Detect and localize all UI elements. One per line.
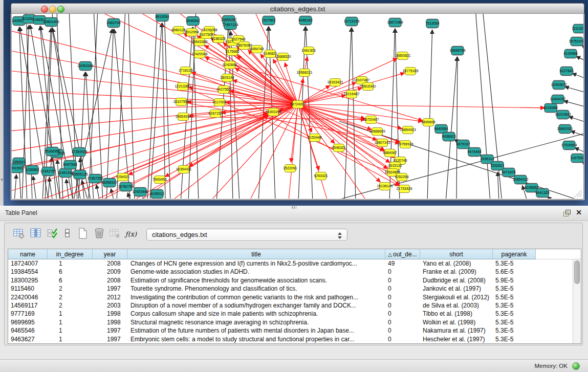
column-header-short[interactable]: short — [420, 249, 493, 259]
graph-node-label: 16958107 — [101, 181, 117, 184]
graph-edge[interactable] — [12, 104, 298, 172]
new-table-icon[interactable] — [76, 227, 90, 242]
graph-node-label: 1522091 — [283, 166, 297, 170]
status-bar: Memory: OK — [0, 359, 588, 372]
graph-node-label: 25266950 — [44, 149, 60, 153]
column-header-out-degree[interactable]: △out_de... — [385, 249, 420, 259]
table-options-icon[interactable] — [12, 227, 26, 242]
table-row[interactable]: 18300295 6 2008 Estimation of significan… — [8, 276, 573, 285]
column-header-year[interactable]: year — [93, 249, 127, 259]
graph-node-label: 15136141 — [377, 184, 393, 188]
graph-edge[interactable] — [12, 104, 298, 111]
graph-edge[interactable] — [575, 148, 583, 154]
memory-status-led — [572, 362, 580, 370]
graph-node-label: 9097548 — [63, 163, 77, 166]
graph-node-label: 7254021 — [116, 175, 129, 179]
table-row[interactable]: 9465546 1 1997 Estimation of the future … — [8, 326, 573, 335]
table-row[interactable]: 19384554 6 2009 Genome-wide association … — [8, 268, 573, 276]
network-window-titlebar[interactable]: citations_edges.txt — [11, 3, 584, 14]
graph-node-label: 2483794 — [106, 21, 120, 25]
float-window-icon[interactable] — [563, 210, 571, 216]
network-table-selector[interactable]: citations_edges.txt — [146, 229, 347, 241]
graph-node-label: 6466160 — [298, 18, 312, 22]
graph-node-label: 19654936 — [175, 115, 191, 118]
graph-edge[interactable] — [564, 101, 583, 107]
graph-edge[interactable] — [78, 72, 85, 199]
graph-node-label: 21733426 — [396, 187, 412, 190]
graph-node-label: 18300295 — [265, 110, 281, 114]
graph-node-label: 2718126 — [179, 69, 192, 72]
column-header-title[interactable]: title — [127, 249, 385, 259]
graph-node-label: 17957253 — [87, 177, 103, 180]
table-vertical-scrollbar[interactable] — [573, 259, 581, 343]
column-header-in-degree[interactable]: in_degree — [48, 249, 93, 259]
column-header-name[interactable]: name — [8, 249, 48, 259]
function-builder-icon[interactable]: ƒ(x) — [124, 227, 138, 242]
graph-edge[interactable] — [572, 73, 583, 79]
graph-node-label: 8813054 — [155, 15, 169, 18]
graph-edge[interactable] — [96, 185, 100, 199]
table-row[interactable]: 14569117 2 2003 Disruption of a novel me… — [8, 301, 573, 310]
graph-node-label: 18724007 — [290, 102, 306, 106]
graph-edge[interactable] — [475, 14, 490, 199]
graph-edge[interactable] — [164, 14, 170, 199]
canvas-resize-grip[interactable] — [575, 190, 582, 197]
show-columns-icon[interactable] — [29, 227, 43, 242]
graph-edge[interactable] — [565, 86, 583, 93]
graph-edge[interactable] — [298, 73, 404, 104]
graph-node-label: 19756928 — [397, 142, 413, 146]
network-window[interactable]: citations_edges.txt 18724007896012889129… — [11, 3, 584, 200]
graph-node-label: 20053346 — [77, 64, 93, 68]
graph-edge[interactable] — [547, 196, 554, 199]
graph-edge[interactable] — [89, 14, 98, 199]
graph-node-label: 1615132 — [388, 164, 402, 167]
graph-node-label: 8471676 — [502, 170, 515, 174]
graph-edge[interactable] — [427, 30, 432, 199]
graph-node-label: 13216467 — [343, 92, 359, 96]
graph-node-label: 10719155 — [343, 19, 359, 23]
table-row[interactable]: 9699695 1 1998 Structural magnetic reson… — [8, 318, 573, 326]
graph-edge[interactable] — [111, 189, 114, 199]
delete-table-icon[interactable] — [92, 227, 106, 242]
left-panel-sash[interactable] — [0, 0, 4, 206]
graph-edge[interactable] — [14, 174, 16, 199]
stepper-up-icon — [338, 232, 342, 235]
table-row[interactable]: 9463627 1 1997 Embryonic stem cells: a m… — [8, 335, 573, 343]
row-height-icon[interactable] — [60, 227, 75, 242]
graph-edge[interactable] — [569, 117, 583, 123]
graph-node-label: 16354411 — [176, 167, 192, 171]
graph-node-label: 9117006 — [213, 100, 227, 104]
collapse-arrow-icon[interactable] — [1, 178, 3, 181]
network-canvas[interactable]: 1872400789601288912954152260589327509165… — [12, 14, 583, 199]
graph-edge[interactable] — [298, 104, 545, 108]
table-header-row: name in_degree year title △out_de... sho… — [8, 249, 581, 259]
graph-edge[interactable] — [344, 28, 352, 199]
splitter-grip[interactable] — [292, 206, 296, 209]
graph-edge[interactable] — [576, 56, 583, 62]
graph-node-label: 16782759 — [118, 185, 134, 188]
table-row[interactable]: 22420046 2 2012 Investigating the contri… — [8, 293, 573, 301]
column-header-pagerank[interactable]: pagerank — [493, 249, 536, 259]
graph-edge[interactable] — [483, 14, 502, 199]
graph-node-label: 9252254 — [395, 175, 408, 179]
graph-edge[interactable] — [352, 28, 356, 199]
graph-node-label: 9253321 — [314, 174, 328, 178]
graph-node-label: 8912954 — [185, 30, 199, 34]
graph-node-label: 9640954 — [434, 127, 448, 130]
graph-node-label: 9474444 — [467, 150, 481, 154]
table-row[interactable]: 9115460 2 1997 Tourette syndrome. Phenom… — [8, 285, 573, 293]
table-row[interactable]: 18724007 1 2008 Changes of HCN gene expr… — [8, 259, 573, 268]
close-icon[interactable]: ✕ — [576, 208, 582, 216]
graph-node-label: 20891406 — [43, 20, 59, 24]
graph-edge[interactable] — [162, 23, 165, 199]
graph-edge[interactable] — [33, 176, 36, 199]
graph-node-label: 12444157 — [550, 97, 565, 101]
select-rows-icon[interactable] — [45, 227, 59, 242]
graph-node-label: 15688520 — [275, 55, 291, 58]
scrollbar-thumb[interactable] — [574, 260, 580, 284]
graph-edge[interactable] — [498, 172, 499, 199]
table-row[interactable]: 9777169 1 1998 Corpus callosum shape and… — [8, 310, 573, 318]
graph-node-label: 12213383 — [175, 84, 190, 88]
graph-node-label: 8960128 — [171, 28, 185, 32]
graph-edge[interactable] — [456, 57, 458, 199]
